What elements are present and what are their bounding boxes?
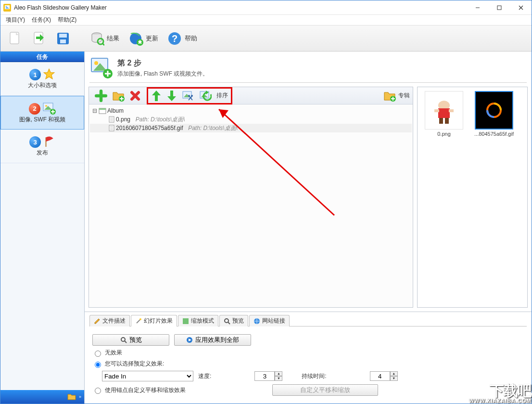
custom-pan-zoom-button: 自定义平移和缩放: [272, 384, 378, 396]
svg-rect-58: [445, 118, 449, 124]
save-button[interactable]: [51, 29, 75, 48]
task-3-label: 发布: [37, 149, 48, 157]
thumbnail-caption: 0.png: [437, 131, 451, 137]
step-3-icon: 3: [29, 136, 41, 148]
task-2-label: 图像, SWF 和视频: [19, 116, 66, 124]
tab-preview[interactable]: 预览: [219, 315, 248, 326]
file-icon: [108, 125, 115, 131]
svg-marker-33: [152, 91, 161, 101]
spin-down-icon[interactable]: ▼: [275, 376, 282, 381]
help-label: 帮助: [185, 34, 197, 43]
image-add-icon: [42, 102, 56, 115]
rotate-icon[interactable]: [199, 91, 212, 101]
svg-point-37: [188, 95, 190, 97]
folder-small-icon[interactable]: [67, 393, 76, 401]
spin-down-icon[interactable]: ▼: [390, 376, 398, 381]
apply-all-button[interactable]: 应用效果到全部: [174, 334, 251, 346]
update-button[interactable]: 更新: [124, 29, 162, 48]
speed-input[interactable]: [254, 371, 275, 381]
svg-line-16: [102, 43, 104, 45]
preview-button[interactable]: 预览: [92, 334, 169, 346]
tree-item[interactable]: 2016060718045​75a65f.gif Path: D:\tools\…: [90, 124, 412, 132]
svg-rect-60: [449, 109, 454, 112]
main-toolbar: 结果 更新 ?帮助: [0, 26, 532, 52]
tab-slide-effect[interactable]: 幻灯片效果: [131, 315, 177, 326]
magnifier-icon: [224, 318, 230, 325]
file-tree[interactable]: ⊟ Album 0.png Path: D:\tools\桌面\ 2016060…: [89, 104, 413, 307]
tab-zoom-mode[interactable]: 缩放模式: [178, 315, 218, 326]
add-folder-icon[interactable]: [112, 90, 125, 102]
result-button[interactable]: 结果: [85, 29, 123, 48]
move-down-icon[interactable]: [166, 90, 177, 102]
tree-item[interactable]: 0.png Path: D:\tools\桌面\: [90, 115, 412, 124]
radio-custom[interactable]: 使用锚点自定义平移和缩放效果 自定义平移和缩放: [92, 384, 524, 396]
svg-line-66: [228, 322, 230, 324]
tree-root[interactable]: ⊟ Album: [90, 106, 412, 115]
maximize-button[interactable]: [488, 0, 510, 14]
step-title: 第 2 步: [117, 58, 208, 68]
tree-item-name: 0.png: [116, 116, 130, 123]
duration-input[interactable]: [370, 371, 390, 381]
step-subtitle: 添加图像, Flash SWF 或视频文件。: [117, 70, 208, 78]
delete-icon[interactable]: [129, 90, 141, 102]
side-bottom-bar: »: [0, 390, 84, 404]
task-size-options[interactable]: 1 大小和选项: [0, 62, 84, 96]
menu-task[interactable]: 任务(X): [28, 15, 54, 25]
duration-label: 持续时间:: [302, 372, 326, 380]
spin-up-icon[interactable]: ▲: [390, 371, 398, 376]
radio-no-effect-input[interactable]: [95, 351, 101, 357]
tree-root-label: Album: [107, 107, 124, 114]
svg-point-63: [139, 318, 141, 320]
task-publish[interactable]: 3 发布: [0, 130, 84, 163]
app-icon: [3, 4, 11, 12]
radio-predefined[interactable]: 您可以选择预定义效果:: [92, 360, 524, 368]
thumbnail[interactable]: 0.png: [421, 91, 467, 137]
svg-point-24: [45, 105, 47, 107]
close-button[interactable]: [510, 0, 532, 14]
radio-custom-input[interactable]: [95, 388, 101, 394]
menu-help[interactable]: 帮助(Z): [54, 15, 80, 25]
tab-file-desc[interactable]: 文件描述: [89, 315, 130, 326]
duration-spinner[interactable]: ▲▼: [370, 371, 398, 381]
svg-text:?: ?: [172, 33, 177, 44]
svg-point-65: [225, 319, 228, 323]
detail-tabs: 文件描述 幻灯片效果 缩放模式 预览 网站链接 预览 应用效果到全部 无效果: [85, 312, 532, 404]
album-node-icon: [99, 107, 106, 114]
thumbnail[interactable]: ...804575a65f.gif: [471, 91, 517, 137]
help-button[interactable]: ?帮助: [163, 29, 201, 48]
svg-marker-34: [167, 91, 176, 101]
task-images[interactable]: 2 图像, SWF 和视频: [0, 96, 84, 130]
tree-item-name: 2016060718045​75a65f.gif: [116, 125, 183, 131]
wand-icon: [135, 318, 142, 325]
svg-rect-57: [439, 118, 443, 124]
new-button[interactable]: [3, 29, 26, 48]
svg-marker-22: [44, 69, 54, 79]
collapse-icon[interactable]: ⊟: [92, 107, 98, 114]
move-up-icon[interactable]: [151, 90, 162, 102]
spin-up-icon[interactable]: ▲: [275, 371, 282, 376]
step-header-icon: [89, 56, 113, 79]
tab-links[interactable]: 网站链接: [249, 315, 290, 326]
menu-project[interactable]: 项目(Y): [2, 15, 28, 25]
file-icon: [108, 116, 115, 123]
result-label: 结果: [107, 34, 119, 43]
radio-no-effect[interactable]: 无效果: [92, 349, 524, 357]
album-label: 专辑: [398, 91, 410, 100]
globe-icon: [253, 318, 260, 325]
thumbnail-caption: ...804575a65f.gif: [474, 131, 514, 137]
speed-spinner[interactable]: ▲▼: [254, 371, 282, 381]
crop-icon[interactable]: [182, 91, 194, 101]
sort-label[interactable]: 排序: [216, 91, 228, 100]
file-toolbar: 排序 专辑: [89, 87, 413, 104]
open-button[interactable]: [27, 29, 51, 48]
radio-predefined-input[interactable]: [95, 362, 101, 368]
expand-icon[interactable]: »: [79, 394, 81, 399]
minimize-button[interactable]: [467, 0, 488, 14]
svg-rect-12: [59, 34, 67, 38]
album-button[interactable]: 专辑: [383, 90, 410, 102]
thumbnail-image: [475, 91, 513, 130]
app-title: Aleo Flash Slideshow Gallery Maker: [14, 4, 467, 11]
effect-select[interactable]: Fade In: [102, 371, 193, 381]
add-icon[interactable]: [95, 90, 107, 102]
svg-rect-56: [438, 108, 450, 118]
